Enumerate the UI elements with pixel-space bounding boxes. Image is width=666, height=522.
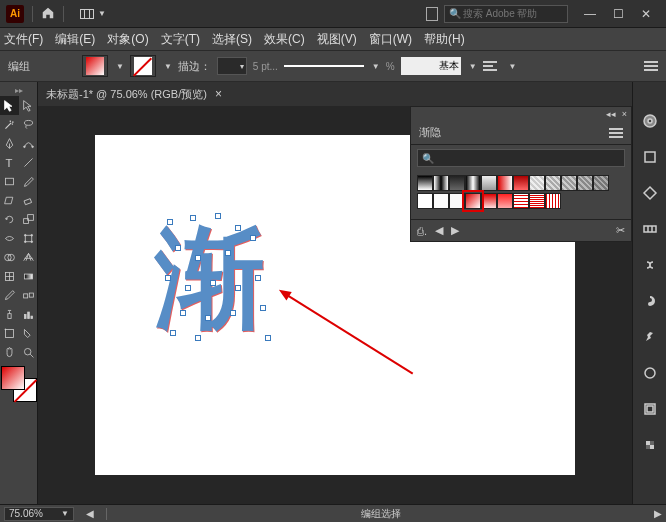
swatch-item[interactable] bbox=[513, 175, 529, 191]
document-icon[interactable] bbox=[426, 7, 438, 21]
opacity-label[interactable]: 5 pt... bbox=[253, 61, 278, 72]
maximize-button[interactable]: ☐ bbox=[604, 4, 632, 24]
layout-switch-icon[interactable] bbox=[80, 9, 94, 19]
width-tool-icon[interactable] bbox=[0, 229, 19, 248]
nav-prev-icon[interactable]: ◀ bbox=[86, 508, 94, 519]
direct-selection-tool-icon[interactable] bbox=[19, 96, 38, 115]
brushes-panel-icon[interactable] bbox=[641, 220, 659, 238]
stroke-dash-preview[interactable] bbox=[284, 63, 364, 69]
close-tab-icon[interactable]: × bbox=[215, 87, 222, 101]
swatch-item[interactable] bbox=[481, 175, 497, 191]
swatch-item[interactable] bbox=[561, 175, 577, 191]
swatch-item[interactable] bbox=[465, 175, 481, 191]
swatch-item[interactable] bbox=[577, 175, 593, 191]
perspective-grid-tool-icon[interactable] bbox=[19, 248, 38, 267]
transparency-panel-icon[interactable] bbox=[641, 436, 659, 454]
magic-wand-tool-icon[interactable] bbox=[0, 115, 19, 134]
shape-builder-tool-icon[interactable] bbox=[0, 248, 19, 267]
document-tab[interactable]: 未标题-1* @ 75.06% (RGB/预览) × bbox=[38, 82, 632, 106]
chevron-down-icon[interactable]: ▼ bbox=[469, 62, 477, 71]
gradient-panel[interactable]: ◂◂ × 渐隐 bbox=[410, 106, 632, 242]
hand-tool-icon[interactable] bbox=[0, 343, 19, 362]
graphic-styles-panel-icon[interactable] bbox=[641, 400, 659, 418]
swatch-library-icon[interactable]: ⎙. bbox=[417, 225, 427, 237]
panel-tab-gradient[interactable]: 渐隐 bbox=[419, 125, 441, 140]
stroke-panel-icon[interactable] bbox=[641, 292, 659, 310]
swatch-item[interactable] bbox=[529, 175, 545, 191]
zoom-level-input[interactable]: 75.06% ▼ bbox=[4, 507, 74, 521]
swatch-item[interactable] bbox=[529, 193, 545, 209]
menu-effect[interactable]: 效果(C) bbox=[264, 31, 305, 48]
slice-tool-icon[interactable] bbox=[19, 324, 38, 343]
fill-color-icon[interactable] bbox=[1, 366, 25, 390]
swatches-panel-icon[interactable] bbox=[641, 184, 659, 202]
nav-next-icon[interactable]: ▶ bbox=[654, 508, 662, 519]
swatch-item[interactable] bbox=[513, 193, 529, 209]
panel-search-input[interactable] bbox=[417, 149, 625, 167]
swatch-item[interactable] bbox=[433, 193, 449, 209]
menu-type[interactable]: 文字(T) bbox=[161, 31, 200, 48]
menu-file[interactable]: 文件(F) bbox=[4, 31, 43, 48]
lasso-tool-icon[interactable] bbox=[19, 115, 38, 134]
symbols-panel-icon[interactable] bbox=[641, 256, 659, 274]
close-panel-icon[interactable]: × bbox=[622, 109, 627, 119]
layers-panel-icon[interactable] bbox=[641, 328, 659, 346]
swatch-item[interactable] bbox=[433, 175, 449, 191]
swatch-item[interactable] bbox=[497, 193, 513, 209]
stroke-weight-input[interactable] bbox=[217, 57, 247, 75]
canvas[interactable]: 渐 bbox=[38, 106, 632, 504]
line-tool-icon[interactable] bbox=[19, 153, 38, 172]
free-transform-tool-icon[interactable] bbox=[19, 229, 38, 248]
artboard-tool-icon[interactable] bbox=[0, 324, 19, 343]
gradient-tool-icon[interactable] bbox=[19, 267, 38, 286]
fill-stroke-indicator[interactable] bbox=[1, 366, 37, 402]
expand-toolbox-icon[interactable]: ▸▸ bbox=[0, 86, 37, 96]
swatch-item[interactable] bbox=[497, 175, 513, 191]
stroke-swatch[interactable] bbox=[130, 55, 156, 77]
pen-tool-icon[interactable] bbox=[0, 134, 19, 153]
swatch-item[interactable] bbox=[449, 193, 465, 209]
selection-tool-icon[interactable] bbox=[0, 96, 19, 115]
swatch-item-selected[interactable] bbox=[465, 193, 481, 209]
symbol-sprayer-tool-icon[interactable] bbox=[0, 305, 19, 324]
swatch-item[interactable] bbox=[449, 175, 465, 191]
menu-object[interactable]: 对象(O) bbox=[107, 31, 148, 48]
menu-window[interactable]: 窗口(W) bbox=[369, 31, 412, 48]
chevron-down-icon[interactable]: ▼ bbox=[164, 62, 172, 71]
scale-tool-icon[interactable] bbox=[19, 210, 38, 229]
home-icon[interactable] bbox=[41, 6, 55, 22]
chevron-down-icon[interactable]: ▼ bbox=[372, 62, 380, 71]
swatch-item[interactable] bbox=[481, 193, 497, 209]
chevron-down-icon[interactable]: ▼ bbox=[98, 9, 106, 18]
menu-help[interactable]: 帮助(H) bbox=[424, 31, 465, 48]
search-box[interactable]: 🔍 bbox=[444, 5, 568, 23]
close-button[interactable]: ✕ bbox=[632, 4, 660, 24]
panel-menu-icon[interactable] bbox=[609, 128, 623, 138]
chevron-down-icon[interactable]: ▼ bbox=[509, 62, 517, 71]
rectangle-tool-icon[interactable] bbox=[0, 172, 19, 191]
blend-tool-icon[interactable] bbox=[19, 286, 38, 305]
eyedropper-tool-icon[interactable] bbox=[0, 286, 19, 305]
type-tool-icon[interactable]: T bbox=[0, 153, 19, 172]
swatch-item[interactable] bbox=[417, 175, 433, 191]
trash-icon[interactable]: ✂ bbox=[616, 224, 625, 237]
graphic-style-swatch[interactable]: 基本 bbox=[401, 57, 461, 75]
zoom-tool-icon[interactable] bbox=[19, 343, 38, 362]
menu-view[interactable]: 视图(V) bbox=[317, 31, 357, 48]
swatch-item[interactable] bbox=[417, 193, 433, 209]
chevron-down-icon[interactable]: ▼ bbox=[116, 62, 124, 71]
color-panel-icon[interactable] bbox=[641, 112, 659, 130]
appearance-panel-icon[interactable] bbox=[641, 364, 659, 382]
mesh-tool-icon[interactable] bbox=[0, 267, 19, 286]
shaper-tool-icon[interactable] bbox=[0, 191, 19, 210]
align-icon[interactable] bbox=[483, 58, 501, 74]
fill-swatch[interactable] bbox=[82, 55, 108, 77]
column-graph-tool-icon[interactable] bbox=[19, 305, 38, 324]
panel-menu-icon[interactable] bbox=[644, 61, 658, 71]
eraser-tool-icon[interactable] bbox=[19, 191, 38, 210]
swatch-item[interactable] bbox=[545, 193, 561, 209]
properties-panel-icon[interactable] bbox=[641, 148, 659, 166]
swatch-item[interactable] bbox=[545, 175, 561, 191]
rotate-tool-icon[interactable] bbox=[0, 210, 19, 229]
next-icon[interactable]: ▶ bbox=[451, 224, 459, 237]
